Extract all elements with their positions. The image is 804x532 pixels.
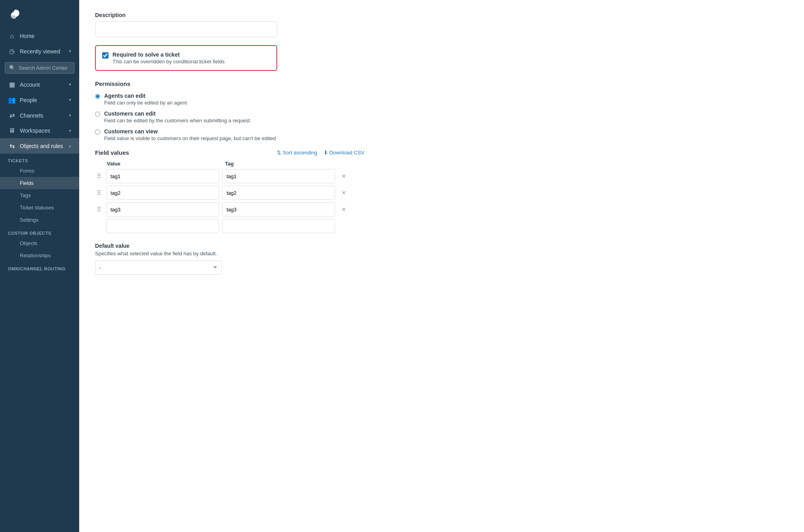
sidebar-item-home-label: Home xyxy=(20,33,71,39)
search-input[interactable] xyxy=(19,65,79,71)
objects-rules-icon: ⇆ xyxy=(8,142,16,150)
sidebar-item-channels[interactable]: ⇄ Channels ▾ xyxy=(0,108,79,123)
col-tag-header: Tag xyxy=(225,161,340,167)
permissions-group: Permissions Agents can edit Field can on… xyxy=(95,80,788,141)
main-content: Description Required to solve a ticket T… xyxy=(79,0,804,532)
sidebar-item-channels-label: Channels xyxy=(20,112,65,119)
field-row-4: ⠿ xyxy=(95,219,364,233)
sort-ascending-icon: ⇅ xyxy=(277,150,281,156)
chevron-up-icon: ▴ xyxy=(69,143,71,148)
sidebar-item-recently-viewed[interactable]: ◷ Recently viewed ▾ xyxy=(0,44,79,59)
customers-view-radio[interactable] xyxy=(95,129,100,135)
description-group: Description xyxy=(95,12,788,37)
field-value-input-3[interactable] xyxy=(106,202,219,217)
field-tag-input-3[interactable] xyxy=(222,202,335,217)
field-values-section: Field values ⇅ Sort ascending ⬇ Download… xyxy=(95,149,364,233)
agents-edit-radio[interactable] xyxy=(95,94,100,99)
agents-edit-label: Agents can edit xyxy=(104,93,187,99)
zendesk-logo-icon xyxy=(8,7,22,21)
chevron-down-icon: ▾ xyxy=(69,113,71,118)
customers-edit-radio[interactable] xyxy=(95,112,100,117)
workspaces-icon: 🖥 xyxy=(8,127,16,134)
field-value-input-2[interactable] xyxy=(106,186,219,200)
col-value-header: Value xyxy=(107,161,222,167)
omnichannel-section-heading: Omnichannel routing xyxy=(0,262,79,273)
clock-icon: ◷ xyxy=(8,48,16,55)
account-icon: ▦ xyxy=(8,81,16,88)
required-to-solve-checkbox[interactable] xyxy=(102,52,109,59)
field-value-input-4[interactable] xyxy=(106,219,219,233)
chevron-down-icon: ▾ xyxy=(69,128,71,133)
permission-agents-edit: Agents can edit Field can only be edited… xyxy=(95,93,788,106)
sidebar-item-settings[interactable]: Settings xyxy=(0,214,79,226)
customers-view-label: Customers can view xyxy=(104,128,276,135)
remove-row-3-button[interactable]: × xyxy=(338,204,349,215)
sidebar-item-recently-viewed-label: Recently viewed xyxy=(20,48,65,55)
remove-row-1-button[interactable]: × xyxy=(338,171,349,182)
search-icon: 🔍 xyxy=(9,65,15,71)
drag-handle-1[interactable]: ⠿ xyxy=(95,173,103,180)
sort-ascending-label: Sort ascending xyxy=(283,150,317,156)
custom-objects-section-heading: Custom objects xyxy=(0,226,79,237)
sidebar-logo xyxy=(0,0,79,28)
field-tag-input-2[interactable] xyxy=(222,186,335,200)
permission-customers-edit: Customers can edit Field can be edited b… xyxy=(95,110,788,124)
sidebar-item-relationships[interactable]: Relationships xyxy=(0,249,79,262)
sidebar-item-objects-and-rules-label: Objects and rules xyxy=(20,143,65,149)
field-row-3: ⠿ × xyxy=(95,202,364,217)
field-values-actions: ⇅ Sort ascending ⬇ Download CSV xyxy=(277,150,364,156)
objects-rules-submenu: Tickets Forms Fields Tags Ticket statuse… xyxy=(0,154,79,273)
sidebar-item-fields[interactable]: Fields xyxy=(0,177,79,189)
chevron-down-icon: ▾ xyxy=(69,82,71,87)
drag-handle-2[interactable]: ⠿ xyxy=(95,189,103,197)
sidebar-item-people-label: People xyxy=(20,97,65,103)
sidebar-item-forms[interactable]: Forms xyxy=(0,165,79,177)
default-value-desc: Specifies what selected value the field … xyxy=(95,251,788,256)
tickets-section-heading: Tickets xyxy=(0,154,79,165)
remove-row-2-button[interactable]: × xyxy=(338,187,349,198)
download-csv-button[interactable]: ⬇ Download CSV xyxy=(324,150,364,156)
customers-view-desc: Field value is visible to customers on t… xyxy=(104,135,276,141)
description-label: Description xyxy=(95,12,788,18)
field-value-input-1[interactable] xyxy=(106,169,219,183)
sort-ascending-button[interactable]: ⇅ Sort ascending xyxy=(277,150,317,156)
sidebar-item-workspaces-label: Workspaces xyxy=(20,127,65,134)
chevron-down-icon: ▾ xyxy=(69,49,71,54)
sidebar-item-ticket-statuses[interactable]: Ticket statuses xyxy=(0,201,79,214)
sidebar-item-tags[interactable]: Tags xyxy=(0,189,79,201)
customers-edit-desc: Field can be edited by the customers whe… xyxy=(104,118,250,124)
description-input[interactable] xyxy=(95,21,277,37)
default-value-select[interactable]: - tag1 tag2 tag3 xyxy=(95,260,222,275)
default-value-section: Default value Specifies what selected va… xyxy=(95,243,788,275)
required-to-solve-subtitle: This can be overridden by conditional ti… xyxy=(112,59,225,65)
download-csv-label: Download CSV xyxy=(330,150,364,156)
field-tag-input-1[interactable] xyxy=(222,169,335,183)
channels-icon: ⇄ xyxy=(8,112,16,119)
sidebar-item-people[interactable]: 👥 People ▾ xyxy=(0,92,79,108)
sidebar-item-account[interactable]: ▦ Account ▾ xyxy=(0,77,79,92)
field-row-1: ⠿ × xyxy=(95,169,364,183)
sidebar-item-workspaces[interactable]: 🖥 Workspaces ▾ xyxy=(0,123,79,138)
drag-handle-3[interactable]: ⠿ xyxy=(95,206,103,213)
people-icon: 👥 xyxy=(8,96,16,104)
sidebar-item-objects-and-rules[interactable]: ⇆ Objects and rules ▴ xyxy=(0,138,79,154)
search-admin-center[interactable]: 🔍 xyxy=(5,62,74,74)
download-icon: ⬇ xyxy=(324,150,328,156)
field-row-2: ⠿ × xyxy=(95,186,364,200)
field-tag-input-4[interactable] xyxy=(222,219,335,233)
required-to-solve-box: Required to solve a ticket This can be o… xyxy=(95,45,277,71)
home-icon: ⌂ xyxy=(8,32,16,40)
field-values-title: Field values xyxy=(95,149,129,156)
customers-edit-label: Customers can edit xyxy=(104,110,250,117)
sidebar: ⌂ Home ◷ Recently viewed ▾ 🔍 ▦ Account ▾… xyxy=(0,0,79,532)
permissions-title: Permissions xyxy=(95,80,788,87)
required-to-solve-text: Required to solve a ticket This can be o… xyxy=(112,51,225,65)
sidebar-item-home[interactable]: ⌂ Home xyxy=(0,28,79,44)
field-values-header: Field values ⇅ Sort ascending ⬇ Download… xyxy=(95,149,364,156)
sidebar-item-objects[interactable]: Objects xyxy=(0,237,79,249)
chevron-down-icon: ▾ xyxy=(69,97,71,103)
field-table-header: Value Tag xyxy=(95,161,364,169)
agents-edit-desc: Field can only be edited by an agent xyxy=(104,100,187,106)
permission-customers-view: Customers can view Field value is visibl… xyxy=(95,128,788,141)
default-value-title: Default value xyxy=(95,243,788,249)
